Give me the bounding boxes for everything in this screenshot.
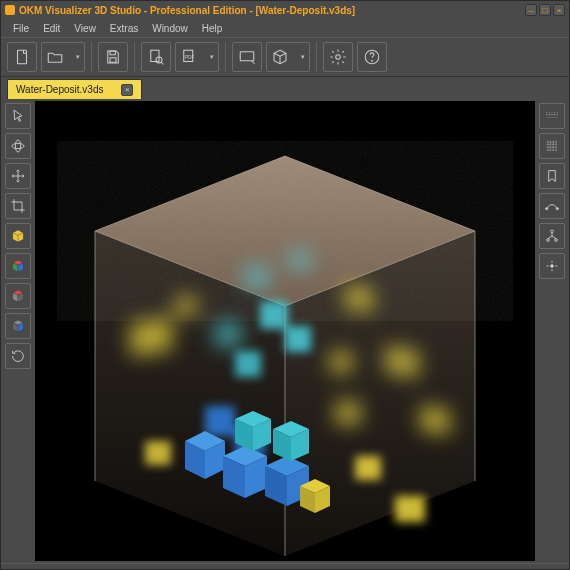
cube-rgb-icon (10, 258, 26, 274)
svg-rect-29 (420, 405, 450, 435)
menu-view[interactable]: View (68, 21, 102, 36)
measure-tool[interactable] (539, 193, 565, 219)
svg-rect-8 (240, 52, 254, 61)
title-bar: OKM Visualizer 3D Studio - Professional … (1, 1, 569, 19)
grid-top-icon (544, 108, 560, 124)
svg-point-58 (556, 208, 558, 210)
menu-help[interactable]: Help (196, 21, 229, 36)
svg-point-61 (555, 239, 558, 242)
menu-edit[interactable]: Edit (37, 21, 66, 36)
gear-icon (329, 48, 347, 66)
svg-rect-27 (330, 351, 352, 373)
zoom-document-button[interactable] (141, 42, 171, 72)
svg-rect-0 (18, 50, 27, 64)
hierarchy-tool[interactable] (539, 223, 565, 249)
save-button[interactable] (98, 42, 128, 72)
orbit-icon (10, 138, 26, 154)
svg-rect-28 (175, 296, 197, 316)
svg-rect-30 (335, 401, 361, 425)
main-toolbar: ▾ PDF ▾ ▾ (1, 37, 569, 77)
cube-yellow-tool[interactable] (5, 223, 31, 249)
svg-rect-32 (285, 326, 311, 352)
screenshot-icon (238, 48, 256, 66)
scene-render (35, 101, 535, 561)
pointer-tool[interactable] (5, 103, 31, 129)
export-pdf-button[interactable]: PDF ▾ (175, 42, 219, 72)
svg-rect-3 (151, 50, 159, 61)
cube-red-icon (10, 288, 26, 304)
svg-rect-33 (235, 351, 261, 377)
right-tool-column (535, 99, 569, 563)
toolbar-separator (225, 42, 226, 72)
grid-fine-icon (544, 138, 560, 154)
pan-tool[interactable] (5, 163, 31, 189)
app-logo-icon (5, 5, 15, 15)
svg-point-12 (12, 143, 24, 148)
svg-rect-26 (215, 321, 241, 347)
cube-yellow-icon (10, 228, 26, 244)
3d-viewport[interactable] (35, 101, 535, 561)
window-title: OKM Visualizer 3D Studio - Professional … (19, 5, 525, 16)
view-3d-button[interactable]: ▾ (266, 42, 310, 72)
pan-icon (10, 168, 26, 184)
tab-close-button[interactable]: × (121, 84, 133, 96)
reset-rotation-tool[interactable] (5, 343, 31, 369)
cube-blue-tool[interactable] (5, 313, 31, 339)
open-file-button[interactable]: ▾ (41, 42, 85, 72)
document-tab-label: Water-Deposit.v3ds (16, 84, 103, 95)
help-button[interactable] (357, 42, 387, 72)
export-pdf-icon: PDF (180, 48, 198, 66)
measure-icon (544, 198, 560, 214)
focus-center-icon (544, 258, 560, 274)
status-bar (1, 563, 569, 569)
3d-cube-icon (271, 48, 289, 66)
orbit-tool[interactable] (5, 133, 31, 159)
svg-rect-23 (385, 345, 419, 378)
menu-bar: File Edit View Extras Window Help (1, 19, 569, 37)
focus-center-tool[interactable] (539, 253, 565, 279)
svg-rect-34 (205, 406, 235, 436)
grid-fine-tool[interactable] (539, 133, 565, 159)
zoom-document-icon (147, 48, 165, 66)
grid-top-tool[interactable] (539, 103, 565, 129)
cube-blue-icon (10, 318, 26, 334)
svg-point-9 (336, 55, 341, 60)
crop-tool[interactable] (5, 193, 31, 219)
screenshot-button[interactable] (232, 42, 262, 72)
svg-rect-21 (130, 317, 172, 357)
bookmark-tool[interactable] (539, 163, 565, 189)
svg-rect-1 (110, 51, 115, 55)
cube-red-tool[interactable] (5, 283, 31, 309)
svg-text:PDF: PDF (185, 55, 194, 60)
hierarchy-icon (544, 228, 560, 244)
svg-rect-36 (355, 456, 381, 480)
window-close-button[interactable]: × (553, 4, 565, 16)
toolbar-separator (316, 42, 317, 72)
settings-button[interactable] (323, 42, 353, 72)
svg-rect-24 (245, 266, 269, 288)
new-file-button[interactable] (7, 42, 37, 72)
cube-rgb-tool[interactable] (5, 253, 31, 279)
help-icon (363, 48, 381, 66)
menu-file[interactable]: File (7, 21, 35, 36)
svg-point-62 (551, 265, 554, 268)
svg-rect-31 (260, 301, 288, 329)
left-tool-column (1, 99, 35, 563)
toolbar-separator (134, 42, 135, 72)
document-tab[interactable]: Water-Deposit.v3ds × (7, 79, 142, 99)
save-icon (104, 48, 122, 66)
svg-point-11 (372, 60, 373, 61)
work-area (1, 99, 569, 563)
new-file-icon (13, 48, 31, 66)
crop-icon (10, 198, 26, 214)
svg-point-13 (15, 140, 20, 152)
window-minimize-button[interactable]: – (525, 4, 537, 16)
reset-rotation-icon (10, 348, 26, 364)
svg-rect-2 (110, 58, 116, 63)
svg-point-59 (551, 230, 554, 233)
menu-window[interactable]: Window (146, 21, 194, 36)
window-maximize-button[interactable]: □ (539, 4, 551, 16)
svg-point-60 (547, 239, 550, 242)
menu-extras[interactable]: Extras (104, 21, 144, 36)
open-folder-icon (46, 48, 64, 66)
